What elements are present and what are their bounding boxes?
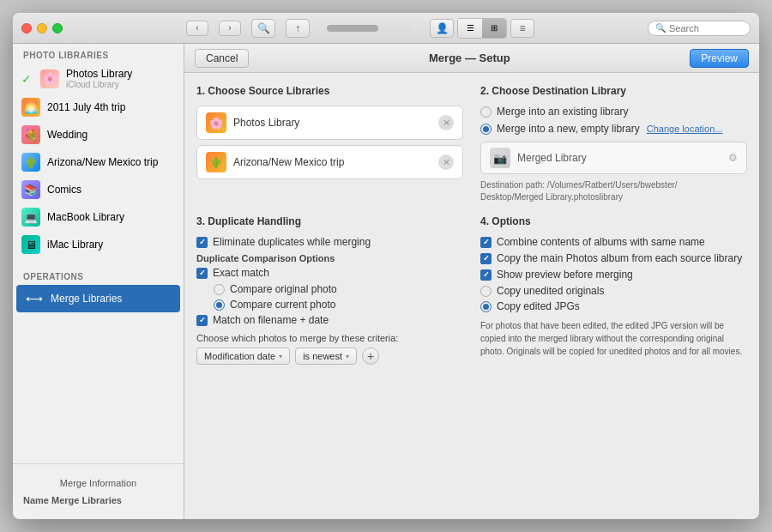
- grid-view-button[interactable]: ⊞: [482, 19, 506, 38]
- compare-current-row[interactable]: Compare current photo: [214, 299, 463, 311]
- list-view-button[interactable]: ☰: [458, 19, 482, 38]
- traffic-lights: [21, 23, 63, 33]
- modification-date-dropdown[interactable]: Modification date ▾: [196, 348, 290, 365]
- share-icon[interactable]: ↑: [286, 19, 310, 38]
- options-section: 4. Options Combine contents of albums wi…: [472, 215, 747, 507]
- eliminate-duplicates-label: Eliminate duplicates while merging: [213, 236, 371, 248]
- exact-match-label: Exact match: [213, 267, 269, 279]
- sidebar-item-merge-libraries[interactable]: ⟷ Merge Libraries: [16, 285, 180, 312]
- exact-match-row[interactable]: Exact match: [196, 267, 463, 279]
- criteria-row: Modification date ▾ is newest ▾ +: [196, 348, 463, 365]
- imac-icon: 🖥: [21, 235, 40, 254]
- arizona-label: Arizona/New Mexico trip: [47, 156, 158, 168]
- source-libraries-title: 1. Choose Source Libraries: [196, 85, 463, 97]
- sidebar-item-2011-july[interactable]: 🌅 2011 July 4th trip: [13, 94, 184, 121]
- criteria-label: Choose which photos to merge by these cr…: [196, 333, 463, 343]
- match-filename-row[interactable]: Match on filename + date: [196, 314, 463, 326]
- cancel-button[interactable]: Cancel: [195, 49, 249, 68]
- photos-library-subtext: iCloud Library: [66, 80, 132, 89]
- comics-label: Comics: [47, 184, 81, 196]
- source-arizona-name: Arizona/New Mexico trip: [233, 156, 431, 168]
- forward-button[interactable]: ›: [219, 21, 241, 36]
- option-copy-main[interactable]: Copy the main Photos album from each sou…: [480, 252, 747, 264]
- add-criteria-button[interactable]: +: [362, 348, 379, 365]
- operations-label: Operations: [13, 265, 184, 285]
- compare-original-row[interactable]: Compare original photo: [214, 283, 463, 295]
- source-arizona-icon: 🌵: [206, 152, 226, 172]
- operations-section: Operations ⟷ Merge Libraries: [13, 265, 184, 312]
- search-toolbar-icon[interactable]: 🔍: [251, 19, 275, 38]
- source-photos-name: Photos Library: [233, 117, 431, 129]
- sidebar-item-photos-library[interactable]: ✓ 🌸 Photos Library iCloud Library: [13, 63, 184, 94]
- macbook-icon: 💻: [21, 208, 40, 227]
- sidebar-item-comics[interactable]: 📚 Comics: [13, 176, 184, 203]
- more-options-icon[interactable]: ≡: [510, 19, 534, 38]
- option-combine-albums[interactable]: Combine contents of albums with same nam…: [480, 236, 747, 248]
- radio-new-circle: [480, 124, 492, 135]
- compare-current-radio: [214, 299, 225, 311]
- sidebar-item-wedding[interactable]: 💐 Wedding: [13, 121, 184, 148]
- app-window: ‹ › 🔍 ↑ 👤 ☰ ⊞ ≡ 🔍: [13, 13, 759, 519]
- back-button[interactable]: ‹: [186, 21, 208, 36]
- change-location-button[interactable]: Change location...: [647, 124, 723, 134]
- compare-current-label: Compare current photo: [230, 299, 335, 311]
- 2011-july-icon: 🌅: [21, 98, 40, 117]
- merge-libraries-label: Merge Libraries: [51, 293, 122, 305]
- photo-libraries-label: Photo Libraries: [13, 44, 184, 63]
- modification-date-label: Modification date: [204, 351, 275, 361]
- merge-icon: ⟷: [25, 289, 44, 308]
- photos-library-icon: 🌸: [40, 70, 59, 88]
- compare-original-label: Compare original photo: [230, 283, 337, 295]
- merge-body: 1. Choose Source Libraries 🌸 Photos Libr…: [184, 73, 759, 519]
- comparison-options-label: Duplicate Comparison Options: [196, 253, 463, 263]
- exact-match-checkbox[interactable]: [196, 268, 208, 279]
- new-library-row: Merge into a new, empty library Change l…: [480, 123, 747, 135]
- radio-new-library[interactable]: Merge into a new, empty library: [480, 123, 640, 135]
- sidebar-item-arizona[interactable]: 🌵 Arizona/New Mexico trip: [13, 148, 184, 176]
- remove-photos-button[interactable]: ✕: [438, 115, 454, 130]
- radio-new-inner: [483, 126, 489, 132]
- eliminate-duplicates-row[interactable]: Eliminate duplicates while merging: [196, 236, 463, 248]
- name-label: Name: [23, 495, 49, 505]
- copy-main-label: Copy the main Photos album from each sou…: [497, 252, 742, 264]
- dropdown-chevron-1: ▾: [279, 353, 282, 360]
- minimize-button[interactable]: [37, 23, 47, 33]
- remove-arizona-button[interactable]: ✕: [438, 154, 454, 170]
- person-icon[interactable]: 👤: [430, 19, 454, 38]
- merge-title: Merge — Setup: [249, 51, 690, 64]
- option-copy-unedited[interactable]: Copy unedited originals: [480, 285, 747, 297]
- wedding-icon: 💐: [21, 125, 40, 144]
- copy-main-checkbox[interactable]: [480, 253, 492, 264]
- sidebar-name-info: Name Merge Libraries: [23, 492, 173, 509]
- eliminate-duplicates-checkbox[interactable]: [196, 237, 208, 248]
- search-bar[interactable]: 🔍: [648, 21, 751, 36]
- destination-path: Destination path: /Volumes/Ratbert/Users…: [480, 179, 747, 203]
- comics-icon: 📚: [21, 180, 40, 199]
- sidebar-item-imac[interactable]: 🖥 iMac Library: [13, 231, 184, 258]
- dest-lib-name: Merged Library: [517, 152, 721, 164]
- preview-button[interactable]: Preview: [690, 49, 749, 68]
- compare-current-inner: [216, 302, 222, 308]
- merge-information-button[interactable]: Merge Information: [23, 475, 173, 492]
- combine-albums-checkbox[interactable]: [480, 237, 492, 248]
- check-icon: ✓: [21, 72, 32, 86]
- search-input[interactable]: [669, 23, 746, 33]
- option-show-preview[interactable]: Show preview before merging: [480, 269, 747, 281]
- main-content: Photo Libraries ✓ 🌸 Photos Library iClou…: [13, 44, 759, 519]
- maximize-button[interactable]: [52, 23, 63, 33]
- compare-original-radio: [214, 284, 225, 295]
- is-newest-dropdown[interactable]: is newest ▾: [295, 348, 357, 365]
- 2011-july-label: 2011 July 4th trip: [47, 101, 125, 113]
- sidebar-item-macbook[interactable]: 💻 MacBook Library: [13, 203, 184, 231]
- source-photos-icon: 🌸: [206, 112, 226, 133]
- option-copy-edited[interactable]: Copy edited JPGs: [480, 300, 747, 312]
- show-preview-label: Show preview before merging: [497, 269, 633, 281]
- dest-lib-gear-icon: ⚙: [728, 152, 738, 164]
- match-filename-checkbox[interactable]: [196, 315, 208, 326]
- view-toggle: ☰ ⊞: [457, 18, 507, 39]
- sidebar: Photo Libraries ✓ 🌸 Photos Library iClou…: [13, 44, 184, 519]
- close-button[interactable]: [21, 23, 32, 33]
- titlebar-right: 🔍: [648, 21, 751, 36]
- radio-existing-library[interactable]: Merge into an existing library: [480, 106, 747, 118]
- show-preview-checkbox[interactable]: [480, 269, 492, 281]
